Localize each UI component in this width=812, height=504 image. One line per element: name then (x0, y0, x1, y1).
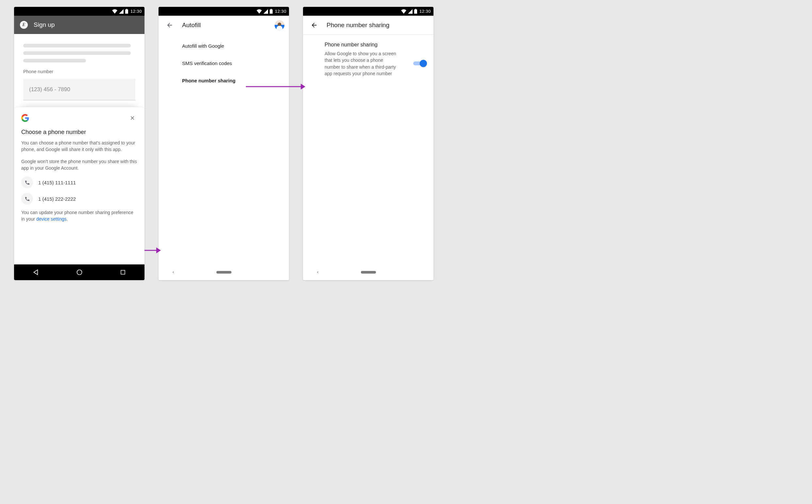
nav-recent-icon[interactable] (120, 269, 126, 275)
status-time: 12:30 (275, 9, 286, 14)
skeleton-line (23, 44, 131, 47)
back-button[interactable] (308, 19, 321, 32)
phone-number-value: 1 (415) 222-2222 (38, 196, 76, 202)
system-nav-bar (159, 264, 289, 280)
phone-screen-signup: 12:30 E Sign up Phone number (123) 456 -… (14, 7, 144, 280)
status-bar: 12:30 (14, 7, 144, 16)
phone-number-input[interactable]: (123) 456 - 7890 (23, 79, 135, 100)
skeleton-line (23, 51, 131, 55)
phone-screen-phone-sharing: 12:30 Phone number sharing Phone number … (303, 7, 433, 280)
phone-field-label: Phone number (23, 69, 135, 74)
svg-point-0 (77, 270, 82, 275)
phone-number-value: 1 (415) 111-1111 (38, 180, 76, 185)
system-nav-bar (14, 264, 144, 280)
app-bar: Phone number sharing (303, 16, 433, 35)
nav-home-pill[interactable] (216, 271, 231, 274)
nav-home-pill[interactable] (361, 271, 376, 274)
back-arrow-icon (166, 22, 173, 29)
battery-icon (125, 9, 128, 14)
phone-number-placeholder: (123) 456 - 7890 (29, 86, 70, 93)
phone-sharing-toggle[interactable] (413, 60, 426, 67)
phone-picker-sheet: Choose a phone number You can choose a p… (14, 107, 144, 264)
app-bar: E Sign up (14, 16, 144, 34)
footer-text-post: . (67, 216, 68, 222)
sheet-paragraph: Google won't store the phone number you … (21, 158, 137, 172)
app-title: Sign up (34, 21, 55, 28)
phone-icon (21, 176, 33, 188)
setting-row-phone-sharing[interactable]: Phone number sharing Allow Google to sho… (303, 35, 433, 84)
device-settings-link[interactable]: device settings (36, 216, 67, 222)
google-logo-icon (21, 114, 29, 122)
phone-icon (21, 193, 33, 205)
close-button[interactable] (127, 113, 137, 123)
cellular-icon (119, 9, 124, 14)
close-icon (129, 115, 135, 121)
phone-screen-autofill: 12:30 Autofill Autofill with Google SMS … (159, 7, 289, 280)
chevron-left-icon (171, 270, 175, 274)
back-button[interactable] (163, 19, 176, 32)
cellular-icon (408, 9, 413, 14)
nav-home-icon[interactable] (76, 269, 83, 276)
setting-title: Phone number sharing (325, 42, 409, 48)
back-arrow-icon (311, 22, 318, 29)
wifi-icon (257, 9, 262, 14)
nav-back-button[interactable] (168, 267, 178, 277)
status-bar: 12:30 (159, 7, 289, 16)
sheet-paragraph: You can choose a phone number that's ass… (21, 140, 137, 153)
nav-back-icon[interactable] (33, 269, 39, 276)
status-time: 12:30 (130, 9, 142, 14)
wifi-icon (401, 9, 406, 14)
sheet-title: Choose a phone number (21, 129, 137, 136)
app-title: Autofill (182, 22, 201, 29)
svg-rect-1 (121, 270, 125, 274)
skeleton-line (23, 59, 86, 62)
app-title: Phone number sharing (327, 22, 389, 29)
status-time: 12:30 (419, 9, 431, 14)
battery-icon (414, 9, 417, 14)
sheet-footer-text: You can update your phone number sharing… (21, 209, 137, 223)
phone-number-option[interactable]: 1 (415) 222-2222 (21, 193, 137, 205)
phone-number-option[interactable]: 1 (415) 111-1111 (21, 176, 137, 188)
battery-icon (270, 9, 273, 14)
status-bar: 12:30 (303, 7, 433, 16)
account-avatar[interactable] (275, 20, 284, 30)
list-item-phone-sharing[interactable]: Phone number sharing (159, 72, 289, 89)
list-item-autofill-google[interactable]: Autofill with Google (159, 37, 289, 55)
wifi-icon (112, 9, 117, 14)
cellular-icon (263, 9, 268, 14)
app-logo-icon: E (20, 21, 28, 29)
system-nav-bar (303, 264, 433, 280)
setting-description: Allow Google to show you a screen that l… (325, 50, 400, 77)
chevron-left-icon (316, 270, 320, 274)
settings-list: Autofill with Google SMS verification co… (159, 35, 289, 89)
form-body: Phone number (123) 456 - 7890 (14, 34, 144, 100)
list-item-sms-codes[interactable]: SMS verification codes (159, 55, 289, 72)
nav-back-button[interactable] (313, 267, 323, 277)
app-bar: Autofill (159, 16, 289, 35)
